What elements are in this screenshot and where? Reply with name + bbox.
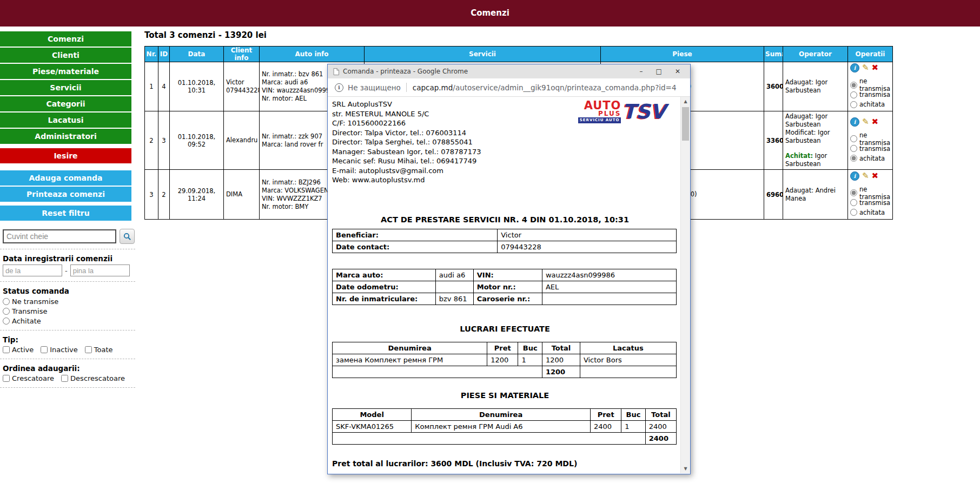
sidebar-item-piese-materiale[interactable]: Piese/materiale — [0, 64, 131, 79]
status-radio[interactable] — [850, 82, 857, 89]
checkbox-inactive[interactable] — [41, 346, 48, 353]
piese-denumirea: Комплект ремня ГРМ Audi A6 — [412, 420, 591, 432]
status-radio[interactable] — [850, 91, 857, 98]
scroll-down-icon[interactable]: ▼ — [681, 464, 690, 473]
sidebar-item-servicii[interactable]: Servicii — [0, 80, 131, 95]
url-host: capcap.md — [413, 83, 453, 92]
status-radio[interactable] — [850, 199, 857, 206]
add-order-button[interactable]: Adauga comanda — [0, 170, 131, 186]
row-status-ne-transmisa[interactable]: ne transmisa — [850, 189, 890, 197]
status-filter-achitate[interactable]: Achitate — [3, 316, 138, 325]
company-line: Mecanic sef: Rusu Mihai, tel.: 069417749 — [332, 156, 678, 166]
cell-operatii: i ✎ ✖ ne transmisa transmisa achitata — [848, 170, 893, 220]
info-circle-icon[interactable]: i — [335, 83, 343, 92]
scrollbar[interactable]: ▲ ▼ — [680, 97, 690, 473]
cell-client-info: DIMA — [224, 170, 260, 220]
maximize-button[interactable]: □ — [656, 64, 662, 78]
radio-transmise[interactable] — [3, 308, 10, 315]
field-label: Date contact: — [333, 241, 498, 253]
column-header-data: Data — [170, 47, 224, 62]
close-button[interactable]: ✕ — [675, 64, 680, 78]
order-filter-crescatoare[interactable]: Crescatoare — [3, 374, 54, 382]
row-status-transmisa[interactable]: transmisa — [850, 199, 890, 207]
status-filter-transmise[interactable]: Transmise — [3, 307, 138, 315]
delete-icon[interactable]: ✖ — [872, 64, 879, 72]
radio-achitate[interactable] — [3, 318, 10, 325]
checkbox-toate[interactable] — [85, 346, 92, 353]
column-header-operatii: Operatii — [848, 47, 893, 62]
sidebar-item-clienti[interactable]: Clienti — [0, 48, 131, 63]
cell-id: 2 — [158, 170, 170, 220]
row-status-achitata[interactable]: achitata — [850, 100, 890, 109]
info-icon[interactable]: i — [850, 171, 859, 181]
edit-icon[interactable]: ✎ — [862, 172, 869, 180]
radio-ne-transmise[interactable] — [3, 298, 10, 305]
reset-filter-button[interactable]: Reset filtru — [0, 206, 131, 221]
delete-icon[interactable]: ✖ — [872, 172, 879, 180]
search-button[interactable] — [120, 229, 135, 244]
achitat-label: Achitat: — [785, 152, 813, 160]
status-radio[interactable] — [850, 135, 857, 142]
status-radio[interactable] — [850, 155, 857, 162]
lucrari-total-sum: 1200 — [542, 366, 580, 378]
tip-filter-toate[interactable]: Toate — [85, 346, 113, 354]
status-filter-ne-transmise[interactable]: Ne transmise — [3, 297, 138, 306]
info-icon[interactable]: i — [850, 63, 859, 72]
date-to-field[interactable] — [70, 264, 130, 276]
minimize-button[interactable]: – — [640, 64, 643, 78]
sidebar-item-administratori[interactable]: Administratori — [0, 129, 131, 144]
row-status-transmisa[interactable]: transmisa — [850, 144, 890, 153]
lucrari-pret: 1200 — [487, 354, 518, 366]
lucrari-table: Denumirea Pret Buc Total Lacatus замена … — [332, 342, 677, 378]
row-status-ne-transmisa[interactable]: ne transmisa — [850, 81, 890, 89]
order-filter-descrescatoare[interactable]: Descrescatoare — [61, 374, 125, 382]
row-status-achitata[interactable]: achitata — [850, 154, 890, 163]
status-radio[interactable] — [850, 145, 857, 152]
field-label: VIN: — [473, 269, 542, 281]
status-radio[interactable] — [850, 189, 857, 196]
info-icon[interactable]: i — [850, 117, 859, 127]
lucrari-denumirea: замена Комплект ремня ГРМ — [333, 354, 487, 366]
scrollbar-thumb[interactable] — [682, 107, 689, 141]
column-header-nr: Nr. — [145, 47, 158, 62]
checkbox-descrescatoare[interactable] — [61, 375, 68, 382]
cell-client-info: Victor 079443228 — [224, 62, 260, 111]
status-radio[interactable] — [850, 209, 857, 216]
sidebar-item-categorii[interactable]: Categorii — [0, 96, 131, 111]
checkbox-label: Inactive — [50, 346, 78, 354]
logo-serviciu-text: SERVICIU AUTO — [578, 117, 621, 123]
field-value: audi a6 — [435, 269, 473, 281]
address-bar[interactable]: i Не защищено capcap.md /autoservice/adm… — [328, 78, 690, 97]
cell-operatii: i ✎ ✖ ne transmisa transmisa achitata — [848, 62, 893, 111]
document-view: SRL AutoplusTSV str. MESTERUL MANOLE 5/C… — [328, 97, 690, 473]
status-radio[interactable] — [850, 101, 857, 108]
edit-icon[interactable]: ✎ — [862, 118, 869, 126]
delete-icon[interactable]: ✖ — [872, 118, 879, 126]
field-value: Victor — [498, 229, 677, 241]
print-orders-button[interactable]: Printeaza comenzi — [0, 187, 131, 202]
row-status-transmisa[interactable]: transmisa — [850, 90, 890, 99]
tip-filter-active[interactable]: Active — [3, 346, 34, 354]
search-row — [3, 229, 138, 244]
row-actions: i ✎ ✖ — [850, 63, 890, 72]
row-status-achitata[interactable]: achitata — [850, 208, 890, 217]
checkbox-label: Active — [12, 346, 34, 354]
date-from-field[interactable] — [3, 264, 62, 276]
window-titlebar[interactable]: Comanda - printeaza - Google Chrome – □ … — [328, 64, 690, 78]
checkbox-crescatoare[interactable] — [3, 375, 10, 382]
sidebar-item-comenzi[interactable]: Comenzi — [0, 31, 131, 47]
operator-line: Adaugat: Andrei Manea — [785, 187, 845, 203]
row-status-ne-transmisa[interactable]: ne transmisa — [850, 135, 890, 143]
table-row: Beneficiar: Victor — [333, 229, 677, 241]
operator-line: Adaugat: Igor Sarbustean — [785, 113, 845, 129]
empty-cell — [333, 366, 542, 378]
search-input[interactable] — [3, 229, 116, 243]
checkbox-active[interactable] — [3, 346, 10, 353]
sidebar-item-lacatusi[interactable]: Lacatusi — [0, 113, 131, 128]
cell-operator: Adaugat: Andrei Manea — [783, 170, 848, 220]
scroll-up-icon[interactable]: ▲ — [681, 97, 690, 106]
company-line: Director: Talpa Victor, tel.: 076003114 — [332, 128, 678, 138]
tip-filter-inactive[interactable]: Inactive — [41, 346, 78, 354]
logout-button[interactable]: Iesire — [0, 148, 131, 163]
edit-icon[interactable]: ✎ — [862, 64, 869, 72]
